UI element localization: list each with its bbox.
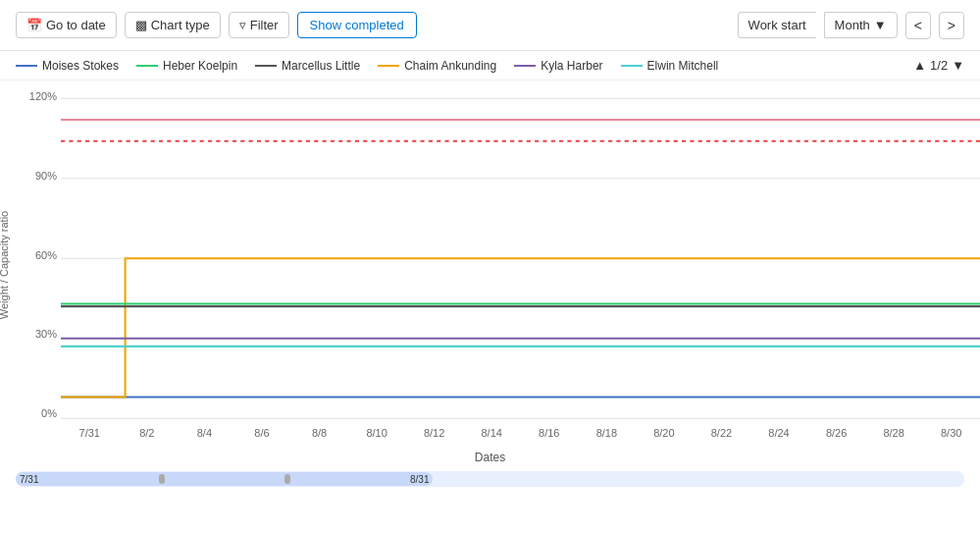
x-label: 8/16 (521, 427, 579, 449)
chart-type-button[interactable]: ▩ Chart type (125, 12, 221, 38)
y-label-0: 0% (41, 407, 57, 419)
toolbar: 📅 Go to date ▩ Chart type ▿ Filter Show … (0, 0, 980, 51)
work-start-label: Work start (738, 12, 816, 38)
x-label: 8/18 (578, 427, 636, 449)
legend-item: Heber Koelpin (136, 59, 237, 73)
y-axis-title: Weight / Capacity ratio (0, 210, 10, 318)
filter-button[interactable]: ▿ Filter (229, 12, 289, 38)
scrollbar-area: 7/31 8/31 (0, 464, 980, 494)
legend-item: Elwin Mitchell (621, 59, 719, 73)
x-label: 8/8 (290, 427, 348, 449)
show-completed-button[interactable]: Show completed (297, 12, 417, 38)
y-label-120: 120% (29, 90, 57, 102)
filter-label: Filter (250, 18, 279, 32)
x-label: 8/10 (348, 427, 406, 449)
x-label: 8/12 (405, 427, 463, 449)
next-legend-icon[interactable]: ▼ (952, 58, 964, 73)
y-label-60: 60% (35, 249, 57, 261)
nav-prev-button[interactable]: < (905, 12, 931, 39)
legend: Moises StokesHeber KoelpinMarcellus Litt… (0, 51, 980, 80)
chart-type-label: Chart type (151, 18, 210, 32)
chevron-down-icon: ▼ (874, 18, 887, 32)
chart-container: 7/318/28/48/68/88/108/128/148/168/188/20… (61, 80, 980, 449)
legend-item: Moises Stokes (16, 59, 119, 73)
x-axis-title: Dates (0, 451, 980, 464)
go-to-date-button[interactable]: 📅 Go to date (16, 12, 117, 38)
month-select[interactable]: Month ▼ (824, 12, 898, 38)
x-label: 8/2 (119, 427, 177, 449)
x-label: 8/14 (463, 427, 521, 449)
x-label: 7/31 (61, 427, 119, 449)
x-label: 8/6 (233, 427, 291, 449)
scrollbar-end-label: 8/31 (410, 474, 429, 485)
x-label: 8/4 (176, 427, 233, 449)
nav-next-button[interactable]: > (939, 12, 964, 39)
show-completed-label: Show completed (310, 18, 404, 32)
scrollbar-start-label: 7/31 (20, 474, 38, 485)
x-label: 8/26 (807, 427, 865, 449)
go-to-date-label: Go to date (46, 18, 106, 32)
x-label: 8/24 (750, 427, 808, 449)
legend-item: Chaim Ankunding (378, 59, 496, 73)
filter-icon: ▿ (239, 18, 246, 32)
x-label: 8/28 (865, 427, 923, 449)
y-label-90: 90% (35, 170, 57, 182)
scrollbar-handle-left[interactable] (159, 474, 165, 484)
month-value: Month (835, 18, 870, 32)
x-label: 8/22 (693, 427, 750, 449)
scrollbar-thumb[interactable]: 7/31 8/31 (16, 472, 433, 486)
legend-item: Kyla Harber (514, 59, 602, 73)
y-label-30: 30% (35, 328, 57, 340)
scrollbar-track[interactable]: 7/31 8/31 (16, 471, 964, 487)
x-label: 8/30 (922, 427, 980, 449)
chart-svg (61, 80, 980, 449)
scrollbar-handle-right[interactable] (284, 474, 290, 484)
legend-item: Marcellus Little (255, 59, 360, 73)
chart-icon: ▩ (135, 18, 147, 32)
calendar-icon: 📅 (26, 18, 42, 32)
pagination-label: 1/2 (930, 58, 948, 73)
prev-legend-icon[interactable]: ▲ (913, 58, 926, 73)
x-label: 8/20 (636, 427, 694, 449)
